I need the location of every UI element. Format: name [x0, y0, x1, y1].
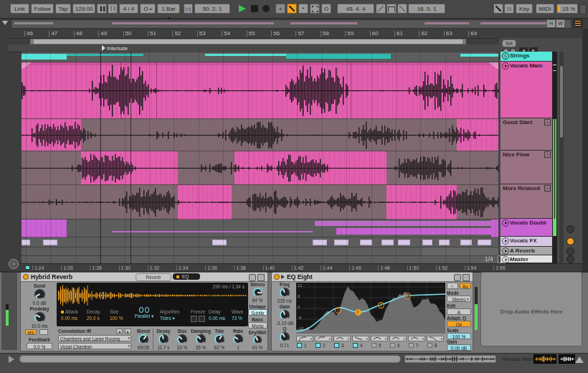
clip-vocals-fx[interactable]: [212, 240, 227, 245]
master-out-button[interactable]: [566, 255, 574, 263]
add-locator-icon[interactable]: +: [275, 4, 285, 14]
hybrid-drywet-knob[interactable]: [253, 336, 262, 344]
take-lane-icon[interactable]: +: [544, 119, 551, 126]
capture-midi-icon[interactable]: [310, 4, 320, 14]
ir-category-menu[interactable]: Chambers and Large Rooms: [58, 335, 131, 341]
headphone-audition-icon[interactable]: ∩: [447, 283, 458, 289]
track-play-icon[interactable]: [502, 247, 509, 255]
device-hybrid-reverb[interactable]: Hybrid ReverbReverbEQSend0.0 dBPredelay1…: [20, 272, 268, 351]
band-toggle-3[interactable]: [334, 343, 339, 348]
clip-vocals-fx[interactable]: [422, 240, 433, 245]
arrangement-mini-overview[interactable]: [404, 355, 496, 363]
clip-vocals-doubled[interactable]: [336, 228, 498, 235]
band-filter-menu-2[interactable]: ▾: [315, 336, 332, 341]
band-filter-menu-8[interactable]: ▾: [427, 336, 444, 341]
scale-field[interactable]: 100 %: [447, 333, 471, 339]
delay-param[interactable]: Delay0.00 ms: [209, 309, 230, 321]
band-toggle-7[interactable]: [409, 343, 414, 348]
follow-button[interactable]: Follow: [31, 4, 54, 14]
band-filter-menu-1[interactable]: ▾: [296, 336, 313, 341]
device-title-bar[interactable]: Hybrid ReverbReverbEQ: [21, 273, 267, 282]
show-hide-panel-icon[interactable]: [575, 357, 584, 363]
eq-band-handle-3[interactable]: 3: [378, 302, 384, 308]
eq-band-handle-1[interactable]: 1: [335, 307, 341, 313]
audition-button[interactable]: [566, 237, 574, 245]
decay-display-param-value[interactable]: 20.0 s: [87, 316, 100, 321]
clip-vocals-fx[interactable]: [398, 240, 410, 245]
nudge-down-icon[interactable]: ▐▐: [97, 4, 107, 14]
hybrid-knob-rate-knob[interactable]: [233, 334, 243, 344]
punch-out-icon[interactable]: [397, 4, 407, 14]
clip-preview-thumb[interactable]: [534, 354, 556, 364]
tab-reverb[interactable]: Reverb: [136, 273, 171, 281]
locator-interlude[interactable]: Interlude: [102, 44, 128, 52]
take-lane-icon[interactable]: +: [544, 151, 551, 158]
freeze-in-button[interactable]: [191, 316, 197, 322]
clip-vocals-fx[interactable]: [439, 240, 450, 245]
link-button[interactable]: Link: [10, 4, 29, 14]
clip-vocals-doubled[interactable]: [491, 219, 498, 237]
arrangement-position-field[interactable]: 50. 2. 1: [194, 4, 230, 14]
clip-strings[interactable]: [22, 54, 67, 60]
device-eq-eight[interactable]: EQ EightFreq235 HzGain-3.10 dBQ0.711260-…: [271, 272, 473, 351]
clip-vocals-fx[interactable]: [478, 240, 491, 245]
lane-vocals-doubled[interactable]: [22, 219, 498, 237]
save-preset-icon[interactable]: [463, 274, 470, 281]
algorithm-param[interactable]: AlgorithmTides ▾: [160, 309, 187, 321]
hybrid-knob-decay-knob[interactable]: [158, 334, 169, 344]
track-header-vocals-doubled[interactable]: Vocals Doubled: [501, 219, 552, 237]
arrangement-lanes[interactable]: [22, 52, 498, 263]
hybrid-knob-size-knob[interactable]: [177, 334, 187, 344]
loop-switch-icon[interactable]: [387, 4, 397, 14]
bar-ruler[interactable]: 46474849505152535455565758596061626364: [9, 29, 582, 39]
eq-gain-knob[interactable]: [280, 310, 290, 320]
band-toggle-5[interactable]: [371, 343, 376, 348]
hybrid-predelay-knob[interactable]: [34, 312, 45, 323]
band-filter-menu-5[interactable]: ▾: [371, 336, 388, 341]
band-toggle-4[interactable]: [353, 343, 358, 348]
band-toggle-1[interactable]: [297, 343, 302, 348]
solo-icon[interactable]: S: [502, 52, 509, 60]
clip-vocals-fx[interactable]: [313, 240, 327, 245]
track-header-nice-flow[interactable]: Nice Flow+: [501, 151, 552, 184]
loop-start-field[interactable]: 45. 4. 4: [337, 4, 374, 14]
lane-vocals-fx[interactable]: [22, 237, 498, 247]
cpu-meter[interactable]: 15 %: [556, 4, 578, 14]
out-gain-field[interactable]: 0.00 dB: [447, 344, 471, 351]
routing-value[interactable]: Parallel ▾: [135, 313, 154, 319]
grid-resolution-menu[interactable]: ▸: [498, 255, 506, 263]
clip-strings[interactable]: [460, 54, 498, 57]
track-header-more-relaxed[interactable]: More Relaxed+: [501, 184, 552, 219]
lane-vocals-main[interactable]: [22, 62, 498, 118]
vertical-scrollbar[interactable]: [559, 52, 564, 263]
take-lane-icon[interactable]: +: [544, 185, 551, 192]
lane-more-relaxed[interactable]: [22, 184, 498, 219]
clip-vocals-fx[interactable]: [360, 240, 372, 245]
track-header-vocals-fx[interactable]: Vocals FX: [501, 237, 552, 247]
session-record-icon[interactable]: O: [321, 4, 331, 14]
wrench-icon[interactable]: [454, 274, 461, 281]
eq-band-handle-2[interactable]: 2: [355, 309, 361, 316]
clip-vocals-doubled[interactable]: [112, 231, 312, 232]
lane-nice-flow[interactable]: [22, 151, 498, 184]
ir-next-button[interactable]: ▸: [125, 329, 131, 334]
clip-strings[interactable]: [286, 54, 391, 59]
edit-ab-button[interactable]: A: [447, 308, 471, 315]
status-message-bar[interactable]: [19, 355, 401, 363]
lane-good-start[interactable]: [22, 118, 498, 151]
set-locator-button[interactable]: Set: [502, 39, 516, 47]
track-header-strings[interactable]: SStrings: [501, 52, 552, 62]
clip-preview-thumb[interactable]: [559, 354, 575, 364]
ms-button[interactable]: MS: [25, 329, 37, 335]
ir-prev-button[interactable]: ◂: [116, 329, 123, 334]
track-play-icon[interactable]: [502, 62, 509, 70]
midi-map-button[interactable]: MIDI: [536, 4, 554, 14]
band-filter-menu-4[interactable]: ▾: [352, 336, 369, 341]
lane-a-reverb[interactable]: [22, 247, 498, 255]
device-fold-icon[interactable]: [281, 275, 285, 279]
wave-param[interactable]: Wave73 %: [232, 309, 248, 321]
size-display-param-value[interactable]: 100 %: [110, 316, 123, 321]
wave-param-value[interactable]: 73 %: [232, 316, 242, 321]
automation-mode-icon[interactable]: *: [298, 4, 308, 14]
eq-freq-knob[interactable]: [280, 288, 290, 298]
